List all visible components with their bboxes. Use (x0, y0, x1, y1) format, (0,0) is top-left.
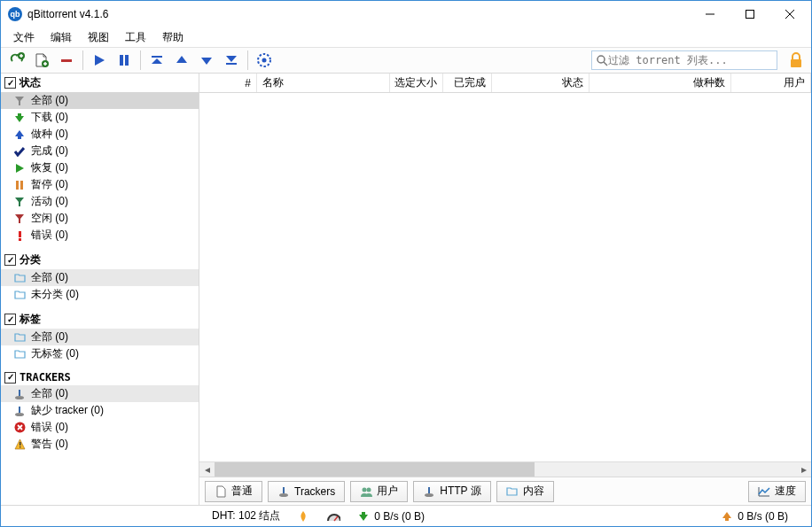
tab-content[interactable]: 内容 (496, 481, 554, 502)
categories-all[interactable]: 全部 (0) (1, 269, 199, 286)
svg-marker-52 (359, 512, 368, 521)
col-seeds[interactable]: 做种数 (589, 74, 731, 92)
folder-icon (13, 289, 26, 301)
svg-rect-12 (120, 55, 123, 66)
bottom-priority-button[interactable] (221, 50, 242, 71)
document-icon (215, 485, 227, 498)
upload-speed[interactable]: 0 B/s (0 B) (720, 509, 788, 523)
svg-rect-24 (791, 59, 801, 67)
minimize-button[interactable] (690, 2, 730, 27)
status-inactive[interactable]: 空闲 (0) (1, 210, 199, 227)
trackers-all[interactable]: 全部 (0) (1, 385, 199, 402)
remove-button[interactable] (56, 50, 77, 71)
menu-file[interactable]: 文件 (6, 28, 42, 47)
tags-all[interactable]: 全部 (0) (1, 329, 199, 345)
status-errored[interactable]: 错误 (0) (1, 227, 199, 244)
svg-marker-32 (15, 214, 24, 223)
search-input[interactable] (608, 54, 773, 66)
tags-header[interactable]: 标签 (1, 310, 199, 329)
categories-header[interactable]: 分类 (1, 251, 199, 269)
tab-http[interactable]: HTTP 源 (413, 481, 490, 502)
top-priority-button[interactable] (146, 50, 168, 71)
svg-marker-25 (15, 97, 24, 105)
trackers-trackerless[interactable]: 缺少 tracker (0) (1, 402, 199, 419)
firewall-status[interactable] (296, 509, 310, 523)
col-peers[interactable]: 用户 (731, 74, 811, 92)
svg-marker-28 (16, 164, 24, 173)
horizontal-scrollbar[interactable]: ◂ ▸ (199, 461, 811, 477)
menu-tools[interactable]: 工具 (118, 28, 153, 47)
status-all[interactable]: 全部 (0) (1, 92, 199, 109)
search-box[interactable] (591, 50, 777, 70)
svg-marker-26 (15, 113, 24, 122)
trackers-header[interactable]: TRACKERS (1, 369, 199, 385)
increase-priority-button[interactable] (171, 50, 192, 71)
trackers-error[interactable]: 错误 (0) (1, 419, 199, 436)
col-num[interactable]: # (199, 74, 257, 92)
svg-rect-29 (16, 181, 19, 190)
svg-rect-43 (20, 442, 20, 446)
settings-button[interactable] (254, 50, 275, 71)
users-icon (360, 485, 372, 498)
status-completed[interactable]: 完成 (0) (1, 143, 199, 159)
pause-button[interactable] (113, 50, 135, 71)
trackers-warning[interactable]: 警告 (0) (1, 436, 199, 453)
detail-tabs: 普通 Trackers 用户 HTTP 源 内容 速度 (199, 477, 811, 505)
svg-rect-34 (19, 238, 21, 241)
menu-view[interactable]: 视图 (81, 28, 116, 47)
svg-line-2 (785, 10, 794, 19)
decrease-priority-button[interactable] (196, 50, 217, 71)
scroll-right-icon[interactable]: ▸ (796, 462, 811, 477)
tab-general[interactable]: 普通 (205, 481, 262, 502)
scroll-thumb[interactable] (215, 462, 535, 477)
maximize-button[interactable] (730, 2, 769, 27)
close-button[interactable] (769, 2, 809, 27)
svg-rect-10 (61, 59, 72, 62)
tags-untagged[interactable]: 无标签 (0) (1, 345, 199, 362)
checkbox-icon (4, 314, 16, 325)
torrent-list[interactable] (199, 93, 811, 461)
svg-rect-49 (428, 487, 430, 493)
chart-icon (758, 485, 770, 498)
status-seeding[interactable]: 做种 (0) (1, 126, 199, 143)
col-done[interactable]: 已完成 (443, 74, 492, 92)
svg-point-36 (15, 396, 24, 399)
tab-peers[interactable]: 用户 (350, 481, 408, 502)
add-link-button[interactable] (6, 50, 27, 71)
menu-help[interactable]: 帮助 (155, 28, 191, 47)
col-name[interactable]: 名称 (257, 74, 390, 92)
lock-icon[interactable] (786, 50, 806, 70)
status-downloading[interactable]: 下载 (0) (1, 109, 199, 126)
add-file-button[interactable] (31, 50, 52, 71)
upload-icon (13, 128, 26, 141)
right-pane: # 名称 选定大小 已完成 状态 做种数 用户 ◂ ▸ 普通 Trackers … (199, 74, 811, 505)
categories-uncategorized[interactable]: 未分类 (0) (1, 286, 199, 303)
search-icon (596, 54, 608, 66)
status-paused[interactable]: 暂停 (0) (1, 176, 199, 193)
tracker-icon (277, 485, 290, 498)
folder-icon (13, 272, 26, 284)
svg-marker-15 (152, 58, 162, 64)
dht-status: DHT: 102 结点 (212, 508, 280, 523)
scroll-left-icon[interactable]: ◂ (199, 462, 215, 477)
folder-icon (13, 331, 26, 344)
col-status[interactable]: 状态 (492, 74, 589, 92)
checkbox-icon (4, 372, 16, 384)
download-speed[interactable]: 0 B/s (0 B) (356, 509, 425, 523)
status-resumed[interactable]: 恢复 (0) (1, 159, 199, 176)
status-header[interactable]: 状态 (1, 74, 199, 92)
tab-speed[interactable]: 速度 (748, 481, 806, 502)
svg-point-48 (367, 487, 371, 492)
checkbox-icon (4, 77, 16, 89)
col-size[interactable]: 选定大小 (390, 74, 443, 92)
svg-rect-35 (19, 390, 20, 396)
svg-rect-45 (283, 487, 285, 493)
tab-trackers[interactable]: Trackers (268, 481, 345, 502)
alt-speed-status[interactable] (326, 509, 340, 523)
resume-button[interactable] (89, 50, 110, 71)
status-active[interactable]: 活动 (0) (1, 193, 199, 210)
menu-edit[interactable]: 编辑 (43, 28, 79, 47)
error-icon (13, 229, 26, 242)
svg-marker-16 (176, 56, 187, 63)
speedometer-icon (326, 509, 340, 523)
